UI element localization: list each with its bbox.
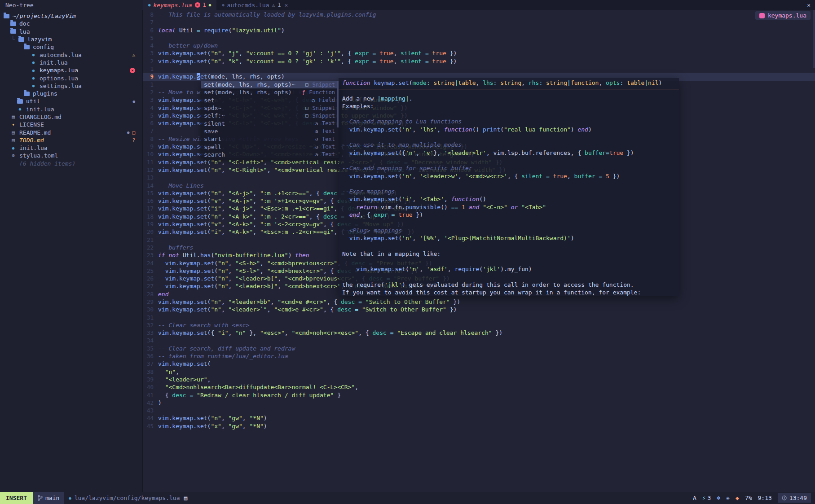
git-branch-icon — [38, 495, 43, 501]
plugin-count: ⚡3 — [702, 495, 711, 501]
editor-line[interactable]: 39 "<leader>ur", — [143, 376, 815, 383]
kind-text-icon: a — [313, 128, 320, 134]
tree-item-README.md[interactable]: ▤ README.md ●□ — [0, 128, 142, 136]
lua-file-icon: ● — [222, 3, 224, 7]
tree-item-LICENSE[interactable]: ✦ LICENSE — [0, 121, 142, 128]
editor-line[interactable]: 38 "n", — [143, 368, 815, 376]
line-number: 28 — [143, 290, 158, 298]
completion-label: spell — [204, 144, 221, 150]
tree-item-init.lua[interactable]: ● init.lua — [0, 144, 142, 152]
tree-item-doc[interactable]: doc — [0, 20, 142, 27]
line-number: 15 — [143, 189, 158, 197]
line-number: 7 — [143, 18, 158, 26]
completion-item[interactable]: silent a Text — [201, 119, 339, 127]
completion-item[interactable]: set(mode, lhs, rhs, opts) ƒ Function — [201, 88, 339, 96]
line-number: 24 — [143, 259, 158, 267]
tree-item-CHANGELOG.md[interactable]: ▤ CHANGELOG.md — [0, 113, 142, 121]
completion-item[interactable]: search a Text — [201, 151, 339, 158]
editor-line[interactable]: 35 -- Clear search, diff update and redr… — [143, 345, 815, 352]
editor-line[interactable]: 32 -- Clear search with <esc> — [143, 321, 815, 329]
editor-line[interactable]: 31 — [143, 314, 815, 321]
line-number: 20 — [143, 228, 158, 236]
tree-item-lua[interactable]: lua — [0, 28, 142, 35]
kind-snippet-icon: □ — [304, 113, 310, 118]
tree-item-keymaps.lua[interactable]: ● keymaps.lua × — [0, 66, 142, 74]
line-number: 3 — [143, 49, 158, 57]
editor-line[interactable]: 1 — [143, 65, 815, 73]
editor-line[interactable]: 33 vim.keymap.set({ "i", "n" }, "<esc>",… — [143, 329, 815, 337]
editor-line[interactable]: 44 vim.keymap.set("n", "gw", "*N") — [143, 414, 815, 422]
tree-item-TODO.md[interactable]: ▤ TODO.md ? — [0, 136, 142, 144]
completion-kind: Text — [322, 136, 335, 142]
doc-line: return vim.fn.pumvisible() == 1 and "<C-… — [342, 203, 679, 211]
folder-open-icon — [18, 37, 24, 42]
editor-scrollbar[interactable] — [813, 10, 815, 492]
editor-line[interactable]: 36 -- taken from runtime/lua/_editor.lua — [143, 352, 815, 360]
kind-snippet-icon: □ — [304, 105, 310, 111]
editor-line[interactable]: 4 -- better up/down — [143, 42, 815, 49]
line-number: 40 — [143, 383, 158, 391]
tree-item-autocmds.lua[interactable]: ● autocmds.lua ⚠ — [0, 51, 142, 58]
completion-item[interactable]: spell a Text — [201, 143, 339, 150]
tree-item-settings.lua[interactable]: ● settings.lua — [0, 82, 142, 90]
completion-item[interactable]: spdx~ □ Snippet — [201, 104, 339, 112]
tree-item-lazyvim[interactable]: └ lazyvim — [0, 35, 142, 43]
completion-item[interactable]: set ○ Field — [201, 96, 339, 104]
editor-line[interactable]: 8 -- This file is automatically loaded b… — [143, 11, 815, 18]
cursor-position: 9:13 — [758, 495, 772, 501]
tree-item-config[interactable]: config — [0, 43, 142, 51]
editor-line[interactable]: 43 — [143, 407, 815, 414]
doc-separator — [342, 87, 679, 94]
line-number: 8 — [143, 135, 158, 143]
editor-line[interactable]: 42 ) — [143, 399, 815, 407]
tree-item-init.lua[interactable]: ● init.lua — [0, 105, 142, 113]
tree-item-~/projects/LazyVim[interactable]: ~/projects/LazyVim — [0, 12, 142, 20]
line-number: 44 — [143, 414, 158, 422]
neo-tree-sidebar: ~/projects/LazyVim doc lua └ lazyvim con… — [0, 10, 143, 492]
editor-line[interactable]: 7 — [143, 18, 815, 26]
close-icon[interactable]: × — [284, 2, 288, 9]
completion-item[interactable]: save a Text — [201, 127, 339, 135]
editor-line[interactable]: 41 { desc = "Redraw / clear hlsearch / d… — [143, 391, 815, 399]
editor-line[interactable]: 40 "<Cmd>nohlsearch<Bar>diffupdate<Bar>n… — [143, 383, 815, 391]
tree-item-options.lua[interactable]: ● options.lua — [0, 74, 142, 82]
scrollbar-thumb[interactable] — [813, 10, 815, 68]
line-number: 9 — [143, 143, 158, 150]
editor-line[interactable]: 29 vim.keymap.set("n", "<leader>bb", "<c… — [143, 298, 815, 306]
editor-line[interactable]: 30 vim.keymap.set("n", "<leader>`", "<cm… — [143, 306, 815, 313]
completion-item[interactable]: start a Text — [201, 135, 339, 143]
nvim-app: Neo-tree ● keymaps.lua ×1 ● ● autocmds.l… — [0, 0, 815, 504]
editor-line[interactable]: 3 vim.keymap.set("n", "j", "v:count == 0… — [143, 49, 815, 57]
completion-item[interactable]: set(mode, lhs, rhs, opts)~ □ Snippet — [201, 81, 339, 88]
clock: 13:49 — [778, 493, 811, 503]
tree-item-init.lua[interactable]: ● init.lua — [0, 59, 142, 66]
doc-line: vim.keymap.set('n', '<leader>w', '<cmd>w… — [342, 172, 679, 180]
editor-line[interactable]: 34 — [143, 337, 815, 344]
tree-item-plugins[interactable]: plugins — [0, 90, 142, 97]
pmenu-scrollbar[interactable] — [337, 81, 339, 127]
completion-kind: Function — [309, 89, 335, 96]
tree-item-label: settings.lua — [40, 83, 82, 89]
tab-autocmds.lua[interactable]: ● autocmds.lua ⚠1 × — [216, 0, 293, 10]
doc-line: vim.keymap.set('i', '<Tab>', function() — [342, 195, 679, 203]
completion-label: search — [204, 151, 225, 158]
editor-line[interactable]: 2 vim.keymap.set("n", "k", "v:count == 0… — [143, 57, 815, 65]
tree-item-label: lazyvim — [27, 36, 52, 43]
tree-item-stylua.toml[interactable]: ⚙ stylua.toml — [0, 152, 142, 159]
tab-keymaps.lua[interactable]: ● keymaps.lua ×1 ● — [143, 0, 216, 10]
completion-item[interactable]: self:~ □ Snippet — [201, 112, 339, 119]
editor-line[interactable]: 45 vim.keymap.set("x", "gw", "*N") — [143, 422, 815, 430]
tabline-close-icon[interactable]: × — [802, 0, 815, 10]
editor-line[interactable]: 37 vim.keymap.set( — [143, 360, 815, 368]
line-number: 25 — [143, 267, 158, 275]
tree-item-(6 hidden items)[interactable]: (6 hidden items) — [0, 160, 142, 167]
tree-item-label: (6 hidden items) — [19, 160, 75, 167]
line-number: 3 — [143, 96, 158, 104]
markdown-icon: ▤ — [10, 114, 16, 120]
line-number: 9 — [143, 73, 158, 80]
editor-line[interactable]: 6 local Util = require("lazyvim.util") — [143, 26, 815, 34]
tree-item-util[interactable]: util ● — [0, 97, 142, 105]
tree-item-label: init.lua — [40, 59, 68, 66]
completion-label: spdx~ — [204, 105, 221, 111]
editor-line[interactable]: 5 — [143, 34, 815, 42]
